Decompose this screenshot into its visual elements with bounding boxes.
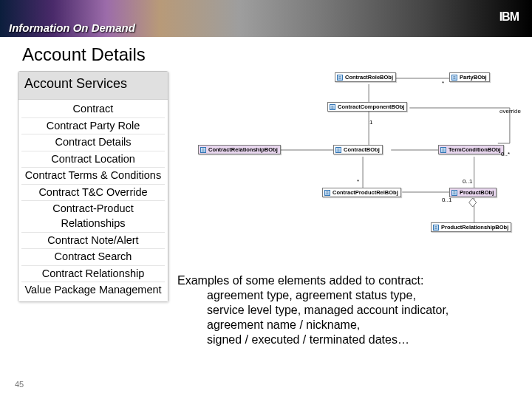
- banner-title: Information On Demand: [9, 21, 135, 34]
- label-override: override: [499, 108, 521, 115]
- page-number: 45: [15, 380, 24, 389]
- list-item: Contract Note/Alert: [21, 232, 165, 249]
- banner: Information On Demand IBM: [0, 0, 532, 37]
- uml-label: ContractBObj: [344, 146, 380, 153]
- class-icon: ≡: [330, 104, 335, 110]
- uml-box-contract: ≡ ContractBObj: [333, 145, 383, 154]
- examples-line: agreement type, agreement status type,: [207, 288, 449, 303]
- uml-box-contract-component: ≡ ContractComponentBObj: [327, 102, 407, 112]
- mult-zero-star: 0..*: [501, 151, 510, 157]
- uml-label: ContractComponentBObj: [338, 103, 404, 110]
- examples-line: signed / executed / terminated dates…: [207, 332, 449, 347]
- mult-zero-one: 0..1: [463, 178, 472, 185]
- class-icon: ≡: [440, 147, 446, 153]
- mult-star2: *: [442, 80, 444, 86]
- class-icon: ≡: [451, 75, 457, 81]
- class-icon: ≡: [324, 190, 330, 196]
- list-item: Contract: [21, 101, 165, 117]
- list-item: Contract Party Role: [21, 117, 165, 134]
- uml-box-contract-product-rel: ≡ ContractProductRelBObj: [322, 188, 401, 197]
- list-item: Value Package Management: [21, 282, 165, 299]
- content-row: Account Services Contract Contract Party…: [0, 71, 532, 302]
- uml-label: ContractProductRelBObj: [332, 189, 398, 196]
- examples-line: agreement name / nickname,: [207, 318, 449, 332]
- uml-box-party: ≡ PartyBObj: [449, 72, 490, 82]
- class-icon: ≡: [335, 147, 341, 153]
- list-item: Contract T&C Override: [21, 184, 165, 201]
- uml-box-contract-relationship: ≡ ContractRelationshipBObj: [198, 145, 281, 154]
- list-item: Contract-Product Relationships: [21, 200, 165, 231]
- uml-label: ContractRelationshipBObj: [208, 146, 278, 153]
- list-item: Contract Terms & Conditions: [21, 167, 165, 184]
- uml-box-term-condition: ≡ TermConditionBObj: [438, 145, 504, 154]
- examples-line: service level type, managed account indi…: [207, 303, 449, 318]
- panel-header: Account Services: [18, 72, 168, 100]
- list-item: Contract Location: [21, 151, 165, 168]
- uml-label: ProductBObj: [460, 189, 494, 196]
- page-title: Account Details: [22, 44, 532, 65]
- account-services-panel: Account Services Contract Contract Party…: [18, 71, 168, 302]
- mult-one: 1: [369, 119, 372, 126]
- uml-label: TermConditionBObj: [449, 146, 501, 153]
- uml-diagram: ≡ ContractRoleBObj ≡ PartyBObj ≡ Contrac…: [176, 71, 525, 256]
- uml-label: ContractRoleBObj: [345, 74, 393, 81]
- mult-zero-one2: 0..1: [442, 197, 451, 203]
- uml-box-product-relationship: ≡ ProductRelationshipBObj: [431, 222, 511, 232]
- list-item: Contract Search: [21, 248, 165, 265]
- class-icon: ≡: [433, 225, 439, 231]
- panel-list: Contract Contract Party Role Contract De…: [18, 100, 168, 301]
- examples-text: Examples of some elements added to contr…: [177, 273, 449, 347]
- uml-box-product: ≡ ProductBObj: [449, 188, 497, 197]
- mult-star: *: [357, 178, 359, 185]
- list-item: Contract Relationship: [21, 265, 165, 282]
- uml-box-contract-role: ≡ ContractRoleBObj: [335, 72, 396, 82]
- ibm-logo: IBM: [499, 10, 519, 24]
- uml-label: PartyBObj: [460, 74, 487, 81]
- examples-lead: Examples of some elements added to contr…: [177, 273, 449, 288]
- uml-label: ProductRelationshipBObj: [441, 224, 508, 231]
- list-item: Contract Details: [21, 134, 165, 151]
- class-icon: ≡: [200, 147, 206, 153]
- class-icon: ≡: [337, 75, 343, 81]
- class-icon: ≡: [451, 190, 457, 196]
